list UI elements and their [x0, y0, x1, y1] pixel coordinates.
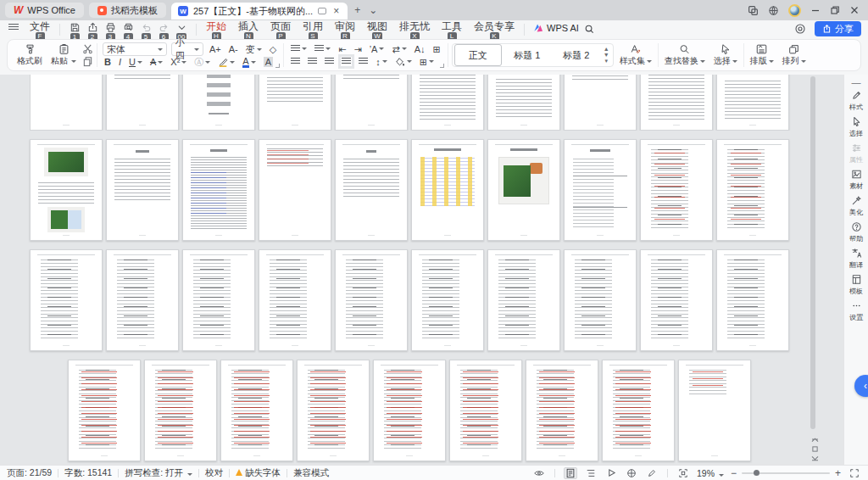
- font-color-button[interactable]: A: [241, 56, 257, 68]
- paragraph-dialog-launcher[interactable]: [440, 64, 444, 68]
- zoom-slider[interactable]: [742, 472, 830, 474]
- borders-dropdown[interactable]: ⊞: [418, 56, 436, 68]
- minimize-icon[interactable]: [810, 5, 821, 15]
- copy-icon[interactable]: [82, 56, 93, 67]
- select-browse-button[interactable]: [812, 446, 818, 452]
- global-menu-icon[interactable]: [8, 24, 19, 31]
- prev-page-button[interactable]: [811, 437, 819, 443]
- numbering-button[interactable]: [313, 43, 332, 55]
- page-thumbnail[interactable]: [716, 139, 789, 241]
- page-thumbnail[interactable]: [106, 75, 179, 131]
- sidebar-item-sliders[interactable]: 属性: [849, 142, 864, 164]
- strikethrough-button[interactable]: A: [148, 56, 164, 68]
- sidebar-collapse-icon[interactable]: —: [852, 78, 861, 87]
- proofread-button[interactable]: 校对: [205, 467, 223, 479]
- grow-font-button[interactable]: A+: [208, 43, 223, 55]
- sidebar-item-dots[interactable]: 设置: [849, 300, 864, 321]
- user-avatar[interactable]: [788, 4, 801, 17]
- page-thumbnail[interactable]: [487, 139, 560, 241]
- page-thumbnail[interactable]: [640, 249, 713, 351]
- page-thumbnail[interactable]: [564, 75, 637, 131]
- arrange-button[interactable]: 排列: [778, 42, 810, 69]
- page-thumbnail[interactable]: [335, 75, 408, 131]
- read-mode-icon[interactable]: [604, 467, 618, 479]
- style-gallery-more-icon[interactable]: ▾: [604, 59, 608, 64]
- cut-icon[interactable]: [82, 43, 93, 54]
- page-thumbnail[interactable]: [335, 139, 408, 241]
- search-icon[interactable]: [584, 21, 595, 38]
- font-name-combobox[interactable]: 宋体: [103, 42, 167, 56]
- tab-close-icon[interactable]: ×: [331, 6, 341, 16]
- typeset-button[interactable]: 排版: [746, 42, 778, 69]
- menu-tab-p[interactable]: 页面P: [264, 21, 297, 41]
- page-thumbnail[interactable]: [640, 75, 713, 131]
- text-tool-dropdown[interactable]: 变: [244, 43, 264, 55]
- menu-tab-k[interactable]: 会员专享K: [468, 21, 520, 41]
- superscript-button[interactable]: X²: [169, 56, 188, 68]
- underline-button[interactable]: U: [127, 56, 144, 68]
- menu-tab-s[interactable]: 引用S: [297, 21, 329, 41]
- sidebar-item-help[interactable]: 帮助: [849, 221, 864, 243]
- page-thumbnail[interactable]: [220, 360, 293, 461]
- menu-tab-r[interactable]: 审阅R: [329, 21, 361, 41]
- highlight-button[interactable]: [216, 56, 236, 68]
- vertical-scrollbar[interactable]: [810, 76, 815, 429]
- share-button[interactable]: 分享: [815, 21, 861, 36]
- menu-tab-h[interactable]: 开始H: [200, 21, 232, 41]
- sort-button[interactable]: A↓: [413, 43, 427, 55]
- style-item[interactable]: 标题 1: [504, 44, 551, 66]
- spellcheck-status[interactable]: 拼写检查: 打开: [125, 467, 192, 479]
- zoom-in-button[interactable]: +: [835, 469, 841, 477]
- page-thumbnail[interactable]: [716, 75, 789, 131]
- find-replace-button[interactable]: 查找替换: [660, 42, 709, 69]
- page-thumbnail[interactable]: [335, 249, 408, 351]
- next-page-button[interactable]: [811, 455, 819, 461]
- restore-icon[interactable]: [830, 5, 840, 15]
- page-thumbnail[interactable]: [602, 360, 675, 461]
- tabs-button[interactable]: ⊞: [431, 43, 442, 55]
- increase-indent-button[interactable]: ⇥: [352, 43, 363, 55]
- menu-tab-w[interactable]: 视图W: [361, 21, 393, 41]
- align-center-button[interactable]: [306, 56, 319, 68]
- page-thumbnail[interactable]: [411, 139, 484, 241]
- sidebar-item-template[interactable]: 模板: [849, 274, 864, 295]
- sidebar-item-wand[interactable]: 美化: [849, 195, 864, 216]
- style-set-button[interactable]: 样式集: [615, 42, 656, 69]
- page-thumbnail[interactable]: [564, 249, 637, 351]
- shrink-font-button[interactable]: A-: [227, 43, 240, 55]
- word-count[interactable]: 字数: 15141: [64, 467, 112, 479]
- shading-button[interactable]: [393, 56, 414, 68]
- zoom-level[interactable]: 19%: [697, 468, 724, 478]
- tab-session-icon[interactable]: [318, 8, 326, 14]
- align-right-button[interactable]: [323, 56, 336, 68]
- tab-wps-home[interactable]: W WPS Office: [5, 3, 84, 18]
- appearance-icon[interactable]: [794, 23, 806, 35]
- page-thumbnail[interactable]: [68, 360, 141, 461]
- eye-protect-icon[interactable]: [532, 467, 546, 479]
- page-thumbnail[interactable]: [716, 249, 789, 351]
- style-item[interactable]: 标题 2: [553, 44, 600, 66]
- page-thumbnail[interactable]: [526, 360, 598, 461]
- workspace-icon[interactable]: [748, 5, 759, 16]
- tab-list-caret-icon[interactable]: ⌄: [367, 5, 379, 15]
- new-tab-button[interactable]: +: [353, 5, 362, 15]
- outline-view-icon[interactable]: [584, 467, 598, 479]
- ink-icon[interactable]: [645, 467, 659, 479]
- page-thumbnail[interactable]: [259, 249, 331, 351]
- page-thumbnail[interactable]: [487, 249, 560, 351]
- page-thumbnail[interactable]: [449, 360, 522, 461]
- web-view-icon[interactable]: [625, 467, 638, 479]
- page-thumbnail[interactable]: [373, 360, 446, 461]
- char-shading-button[interactable]: A: [262, 56, 275, 68]
- bullets-button[interactable]: [289, 43, 309, 55]
- close-icon[interactable]: [849, 5, 860, 15]
- page-thumbnail[interactable]: [564, 139, 637, 241]
- zoom-out-button[interactable]: −: [731, 469, 737, 477]
- tab-document-active[interactable]: W 257【正文】-基于物联网的... ×: [171, 3, 348, 20]
- page-thumbnail[interactable]: [297, 360, 370, 461]
- ai-assistant-toggle[interactable]: ‹: [854, 375, 868, 397]
- page-thumbnail[interactable]: [259, 139, 331, 241]
- fullscreen-icon[interactable]: [848, 467, 861, 479]
- fit-page-icon[interactable]: [676, 467, 690, 479]
- paste-button[interactable]: 粘贴: [48, 42, 79, 68]
